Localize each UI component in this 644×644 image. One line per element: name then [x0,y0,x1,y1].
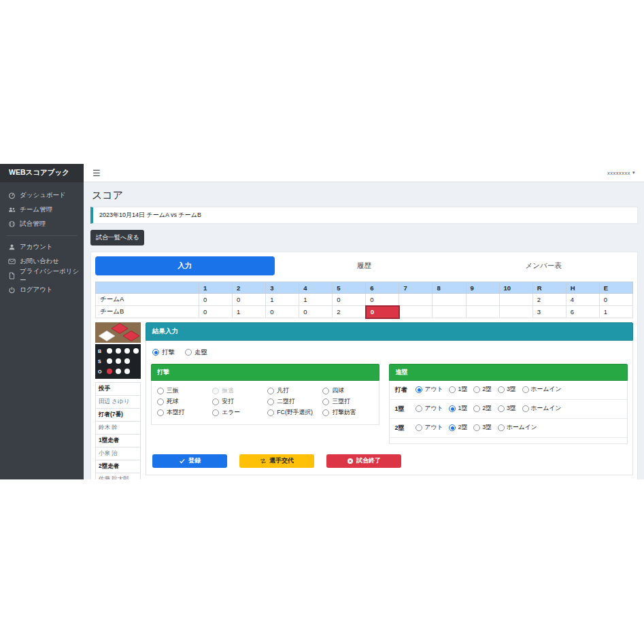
batting-radio[interactable] [322,409,329,416]
advance-radio[interactable] [498,386,505,393]
account-dropdown[interactable]: xxxxxxxx ▾ [607,170,635,176]
sidebar-item-account[interactable]: アカウント [0,240,84,254]
advance-option[interactable]: ホームイン [498,424,537,432]
inning-header: 1 [199,282,233,294]
advance-option[interactable]: アウト [416,386,443,394]
batting-option[interactable]: FC(野手選択) [267,409,318,417]
sidebar-item-label: 試合管理 [20,220,46,228]
batting-option[interactable]: 安打 [212,398,263,406]
batting-option[interactable]: 四球 [322,387,373,395]
batting-option[interactable]: 三振 [157,387,208,395]
register-button[interactable]: 登録 [152,454,227,468]
tab-members[interactable]: メンバー表 [454,256,633,275]
substitution-button[interactable]: 選手交代 [239,454,314,468]
batting-option[interactable]: 打撃妨害 [322,409,373,417]
advance-radio[interactable] [498,424,505,431]
batting-radio[interactable] [267,388,274,394]
stop-icon [347,458,354,464]
batting-radio[interactable] [157,409,164,416]
advance-radio[interactable] [416,386,422,393]
content: スコア 2023年10月14日 チームA vs チームB 試合一覧へ戻る 入力履… [84,182,644,479]
batting-option[interactable]: エラー [212,409,263,417]
batting-radio[interactable] [267,409,274,416]
batting-radio[interactable] [212,409,219,416]
score-cell: 0 [199,306,233,318]
inning-header: E [599,282,632,294]
advance-option[interactable]: 3塁 [498,405,516,413]
advance-option[interactable]: アウト [416,424,443,432]
advance-radio[interactable] [449,424,456,431]
batting-option[interactable]: 三塁打 [322,398,373,406]
advance-option[interactable]: ホームイン [522,386,562,394]
mode-batting-radio[interactable] [152,349,159,356]
advance-option[interactable]: 1塁 [449,405,467,413]
advance-radio[interactable] [416,424,422,431]
advance-label: 2塁 [482,405,492,413]
count-dot [124,369,130,374]
tab-history[interactable]: 履歴 [275,256,454,275]
advance-option[interactable]: 3塁 [473,424,492,432]
advance-row-label: 打者 [394,386,409,394]
advance-radio[interactable] [473,424,480,431]
advance-label: アウト [424,386,443,394]
app-brand[interactable]: WEBスコアブック [0,164,84,182]
advance-radio[interactable] [416,405,422,412]
advance-label: ホームイン [507,424,537,432]
advance-option[interactable]: 2塁 [449,424,467,432]
advance-option[interactable]: 2塁 [473,405,492,413]
page-title: スコア [92,189,638,202]
advance-padding [390,438,627,443]
inning-header: 4 [299,282,333,294]
sidebar-item-games[interactable]: 試合管理 [0,217,84,231]
tab-input[interactable]: 入力 [95,256,275,275]
advance-radio[interactable] [473,405,480,412]
advance-label: 3塁 [482,424,492,432]
advance-radio[interactable] [522,405,529,412]
batting-option[interactable]: 凡打 [267,387,318,395]
batting-radio[interactable] [267,399,274,405]
advance-option[interactable]: アウト [416,405,443,413]
score-cell [433,306,466,318]
advance-options: 打者アウト1塁2塁3塁ホームイン1塁アウト1塁2塁3塁ホームイン2塁アウト2塁3… [389,381,628,444]
advance-radio[interactable] [473,386,480,393]
main-area: ☰ xxxxxxxx ▾ スコア 2023年10月14日 チームA vs チーム… [84,164,644,479]
back-to-games-button[interactable]: 試合一覧へ戻る [90,230,144,245]
batting-radio[interactable] [157,388,164,394]
batting-radio[interactable] [322,388,329,394]
batting-radio[interactable] [157,399,164,405]
advance-row: 1塁アウト1塁2塁3塁ホームイン [390,400,627,419]
advance-option[interactable]: 1塁 [449,386,467,394]
batting-radio[interactable] [212,399,219,405]
batting-option[interactable]: 死球 [157,398,208,406]
advance-radio[interactable] [522,386,529,393]
advance-radio[interactable] [449,405,456,412]
advance-radio[interactable] [498,405,505,412]
batting-option[interactable]: 二塁打 [267,398,318,406]
advance-row: 打者アウト1塁2塁3塁ホームイン [390,381,627,400]
sidebar-item-privacy[interactable]: プライバシーポリシー [0,269,84,283]
batting-radio[interactable] [322,399,329,405]
end-game-button[interactable]: 試合終了 [326,454,401,468]
mode-running-option[interactable]: 走塁 [185,348,207,357]
mode-running-radio[interactable] [185,349,192,356]
sidebar-item-logout[interactable]: ログアウト [0,283,84,297]
advance-radio[interactable] [449,386,456,393]
advance-row-label: 1塁 [394,405,409,413]
batting-option[interactable]: 本塁打 [157,409,208,417]
score-cell: 1 [299,294,333,306]
menu-toggle-icon[interactable]: ☰ [92,169,101,177]
advance-label: アウト [424,405,443,413]
result-input-header: 結果入力 [146,322,633,341]
count-dot [124,358,130,364]
count-dot [133,348,139,354]
advance-option[interactable]: 3塁 [498,386,516,394]
advance-option[interactable]: 2塁 [473,386,492,394]
count-dot [116,369,121,374]
sidebar-item-dashboard[interactable]: ダッシュボード [0,188,84,203]
sidebar-item-teams[interactable]: チーム管理 [0,203,84,217]
batting-option-column: 振逃安打エラー [212,387,263,417]
advance-option[interactable]: ホームイン [522,405,562,413]
count-label: B [98,349,103,354]
mode-batting-option[interactable]: 打撃 [152,348,175,357]
batting-radio [212,388,219,394]
